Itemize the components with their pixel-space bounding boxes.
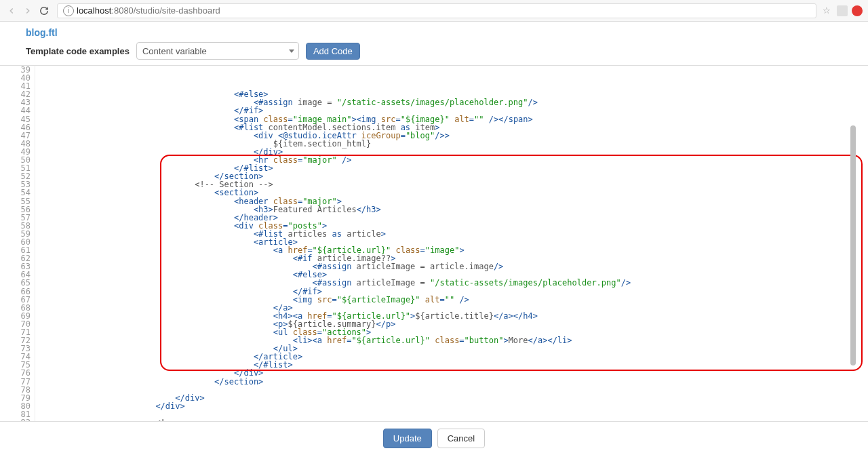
url-bar[interactable]: i localhost:8080/studio/site-dashboard: [57, 3, 816, 18]
browser-toolbar: i localhost:8080/studio/site-dashboard ☆: [0, 0, 868, 22]
forward-icon[interactable]: [22, 5, 34, 17]
reload-icon[interactable]: [38, 5, 50, 17]
url-text: localhost:8080/studio/site-dashboard: [77, 5, 220, 16]
extension-red-icon[interactable]: [852, 5, 863, 16]
back-icon[interactable]: [5, 5, 18, 17]
extension-icon[interactable]: [837, 5, 848, 16]
info-icon[interactable]: i: [63, 5, 74, 16]
bookmark-star-icon[interactable]: ☆: [821, 5, 833, 17]
